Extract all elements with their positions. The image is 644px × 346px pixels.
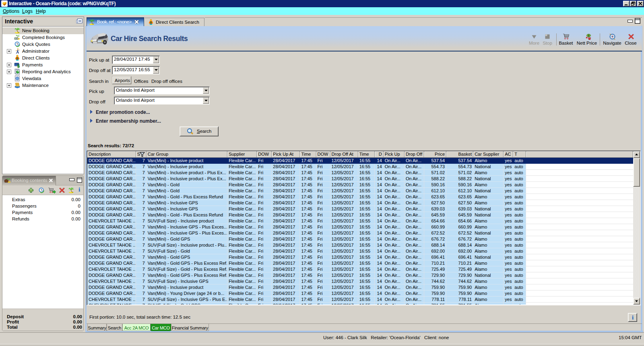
svg-text:$: $ — [588, 34, 590, 37]
svg-text:$: $ — [17, 64, 20, 68]
